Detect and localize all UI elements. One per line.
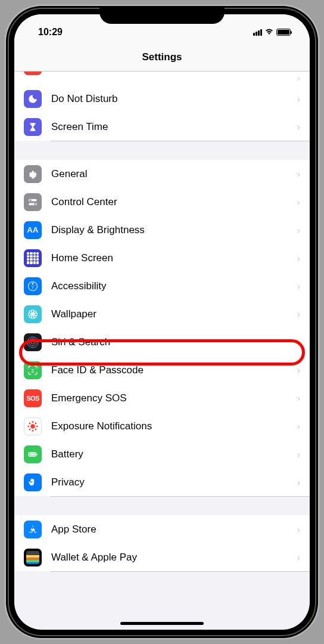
sos-icon: SOS <box>24 389 42 407</box>
settings-row-wallet-apple-pay[interactable]: Wallet & Apple Pay › <box>14 543 310 571</box>
chevron-right-icon: › <box>297 525 300 534</box>
settings-row-siri-search[interactable]: Siri & Search › <box>14 328 310 356</box>
row-label: Wallpaper <box>51 308 297 320</box>
app-store-icon <box>24 521 42 538</box>
chevron-right-icon: › <box>297 225 300 235</box>
battery-icon <box>24 445 42 463</box>
accessibility-icon <box>24 277 42 295</box>
wifi-icon <box>264 27 274 37</box>
svg-point-20 <box>30 424 35 428</box>
row-label: App Store <box>51 524 297 535</box>
chevron-right-icon: › <box>297 309 300 319</box>
settings-row-privacy[interactable]: Privacy › <box>14 468 310 496</box>
chevron-right-icon: › <box>297 450 300 459</box>
row-label: Accessibility <box>51 280 297 292</box>
row-label: Do Not Disturb <box>51 93 297 105</box>
chevron-right-icon: › <box>297 122 300 132</box>
chevron-right-icon: › <box>297 197 300 207</box>
chevron-right-icon: › <box>297 338 300 347</box>
svg-rect-30 <box>36 453 38 455</box>
moon-icon <box>24 90 42 108</box>
svg-point-24 <box>36 425 38 427</box>
settings-row-battery[interactable]: Battery › <box>14 440 310 468</box>
screen: 10:29 Settings › <box>14 14 310 630</box>
row-label: Emergency SOS <box>51 392 297 404</box>
siri-icon <box>24 333 42 351</box>
settings-row-home-screen[interactable]: Home Screen › <box>14 244 310 272</box>
svg-point-25 <box>29 422 31 424</box>
settings-row-accessibility[interactable]: Accessibility › <box>14 272 310 300</box>
settings-row-app-store[interactable]: App Store › <box>14 515 310 543</box>
hourglass-icon <box>24 118 42 136</box>
row-label: Display & Brightness <box>51 224 297 236</box>
text-size-icon: AA <box>24 221 42 239</box>
exposure-icon <box>24 417 42 435</box>
svg-point-6 <box>32 312 35 315</box>
device-notch <box>99 6 225 24</box>
settings-list[interactable]: › Do Not Disturb › Screen Time › <box>14 72 310 630</box>
row-icon-partial <box>24 72 42 75</box>
svg-point-16 <box>29 339 36 346</box>
row-label: Home Screen <box>51 252 297 264</box>
status-icons <box>253 27 291 37</box>
row-label: General <box>51 168 297 180</box>
settings-row-face-id[interactable]: Face ID & Passcode › <box>14 356 310 384</box>
svg-point-3 <box>34 203 36 205</box>
svg-point-1 <box>30 199 32 201</box>
svg-rect-31 <box>30 453 35 455</box>
settings-row-exposure-notifications[interactable]: Exposure Notifications › <box>14 412 310 440</box>
status-time: 10:29 <box>38 27 63 38</box>
phone-device-frame: 10:29 Settings › <box>6 6 318 638</box>
settings-row-do-not-disturb[interactable]: Do Not Disturb › <box>14 85 310 113</box>
cellular-signal-icon <box>253 29 262 36</box>
gear-icon <box>24 165 42 183</box>
chevron-right-icon: › <box>297 478 300 487</box>
svg-point-18 <box>31 369 32 370</box>
chevron-right-icon: › <box>297 253 300 263</box>
row-label: Face ID & Passcode <box>51 364 297 376</box>
chevron-right-icon: › <box>297 169 300 179</box>
chevron-right-icon: › <box>297 366 300 375</box>
chevron-right-icon: › <box>297 281 300 291</box>
wallet-icon <box>24 549 42 566</box>
svg-point-21 <box>32 421 34 423</box>
svg-point-19 <box>34 369 35 370</box>
svg-point-26 <box>35 422 37 424</box>
svg-point-28 <box>35 428 37 430</box>
chevron-right-icon: › <box>297 73 300 83</box>
row-label: Control Center <box>51 196 297 208</box>
settings-row-emergency-sos[interactable]: SOS Emergency SOS › <box>14 384 310 412</box>
toggles-icon <box>24 193 42 211</box>
settings-row-screen-time[interactable]: Screen Time › <box>14 113 310 141</box>
settings-row-wallpaper[interactable]: Wallpaper › <box>14 300 310 328</box>
app-grid-icon <box>24 249 42 267</box>
page-title: Settings <box>142 51 182 63</box>
home-indicator[interactable] <box>120 622 204 625</box>
nav-header: Settings <box>14 43 310 72</box>
section-gap <box>14 496 310 515</box>
svg-point-22 <box>32 429 34 431</box>
chevron-right-icon: › <box>297 422 300 431</box>
svg-point-5 <box>32 283 34 284</box>
row-label: Privacy <box>51 476 297 488</box>
flower-icon <box>24 305 42 323</box>
settings-row-display-brightness[interactable]: AA Display & Brightness › <box>14 216 310 244</box>
row-label: Screen Time <box>51 121 297 133</box>
svg-point-23 <box>27 425 29 427</box>
svg-point-17 <box>31 340 35 344</box>
chevron-right-icon: › <box>297 94 300 104</box>
row-label: Wallet & Apple Pay <box>51 552 297 564</box>
settings-row-partial[interactable]: › <box>14 72 310 85</box>
settings-row-general[interactable]: General › <box>14 160 310 188</box>
section-gap <box>14 141 310 160</box>
settings-row-control-center[interactable]: Control Center › <box>14 188 310 216</box>
chevron-right-icon: › <box>297 553 300 562</box>
row-label: Battery <box>51 448 297 460</box>
svg-point-27 <box>29 428 31 430</box>
chevron-right-icon: › <box>297 394 300 403</box>
row-label: Siri & Search <box>51 336 297 348</box>
battery-icon <box>276 29 291 36</box>
face-id-icon <box>24 361 42 379</box>
hand-icon <box>24 473 42 491</box>
row-label: Exposure Notifications <box>51 420 297 432</box>
